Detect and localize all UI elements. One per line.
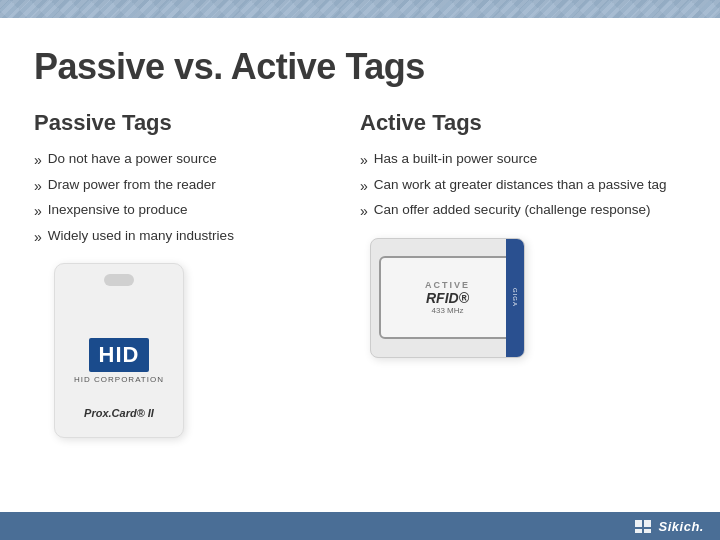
passive-bullet-3: Inexpensive to produce — [48, 201, 188, 220]
sikich-icon — [633, 516, 653, 536]
card-notch — [104, 274, 134, 286]
hid-card-image: HID HID CORPORATION Prox.Card® II — [54, 263, 184, 438]
rfid-text-area: ACTIVE RFID® 433 MHz — [425, 280, 470, 315]
active-bullet-3: Can offer added security (challenge resp… — [374, 201, 651, 220]
hid-corporation-text: HID CORPORATION — [74, 375, 164, 384]
svg-rect-3 — [644, 529, 651, 533]
active-bullet-1: Has a built-in power source — [374, 150, 538, 169]
bottom-bar: Sikich. — [0, 512, 720, 540]
list-item: » Can work at greater distances than a p… — [360, 176, 686, 197]
sikich-logo: Sikich. — [633, 516, 704, 536]
bullet-icon: » — [34, 202, 42, 222]
active-column: Active Tags » Has a built-in power sourc… — [360, 110, 686, 510]
bullet-icon: » — [34, 177, 42, 197]
rfid-frequency-label: 433 MHz — [431, 306, 463, 315]
prox-card-label: Prox.Card® II — [84, 407, 154, 419]
main-content: Passive vs. Active Tags Passive Tags » D… — [0, 18, 720, 540]
rfid-stripe-text: GIGA — [512, 288, 518, 307]
list-item: » Widely used in many industries — [34, 227, 360, 248]
hid-brand: HID — [89, 338, 150, 372]
columns-container: Passive Tags » Do not have a power sourc… — [34, 110, 686, 510]
bullet-icon: » — [34, 228, 42, 248]
passive-bullet-4: Widely used in many industries — [48, 227, 234, 246]
active-bullet-2: Can work at greater distances than a pas… — [374, 176, 667, 195]
svg-rect-2 — [635, 529, 642, 533]
bullet-icon: » — [34, 151, 42, 171]
rfid-active-label: ACTIVE — [425, 280, 470, 290]
sikich-text: Sikich. — [659, 519, 704, 534]
active-bullet-list: » Has a built-in power source » Can work… — [360, 150, 686, 222]
active-rfid-image: ACTIVE RFID® 433 MHz GIGA — [370, 238, 525, 358]
list-item: » Has a built-in power source — [360, 150, 686, 171]
rfid-stripe: GIGA — [506, 239, 524, 357]
list-item: » Inexpensive to produce — [34, 201, 360, 222]
page-title: Passive vs. Active Tags — [34, 46, 686, 88]
list-item: » Draw power from the reader — [34, 176, 360, 197]
bullet-icon: » — [360, 202, 368, 222]
passive-bullet-2: Draw power from the reader — [48, 176, 216, 195]
passive-column: Passive Tags » Do not have a power sourc… — [34, 110, 360, 510]
svg-rect-0 — [635, 520, 642, 527]
passive-column-title: Passive Tags — [34, 110, 360, 136]
rfid-brand-label: RFID® — [426, 290, 469, 306]
list-item: » Can offer added security (challenge re… — [360, 201, 686, 222]
passive-bullet-1: Do not have a power source — [48, 150, 217, 169]
bullet-icon: » — [360, 177, 368, 197]
passive-bullet-list: » Do not have a power source » Draw powe… — [34, 150, 360, 247]
active-column-title: Active Tags — [360, 110, 686, 136]
hid-logo: HID HID CORPORATION — [74, 338, 164, 384]
list-item: » Do not have a power source — [34, 150, 360, 171]
top-decorative-bar — [0, 0, 720, 18]
svg-rect-1 — [644, 520, 651, 527]
rfid-inner-panel: ACTIVE RFID® 433 MHz — [379, 256, 517, 339]
bullet-icon: » — [360, 151, 368, 171]
